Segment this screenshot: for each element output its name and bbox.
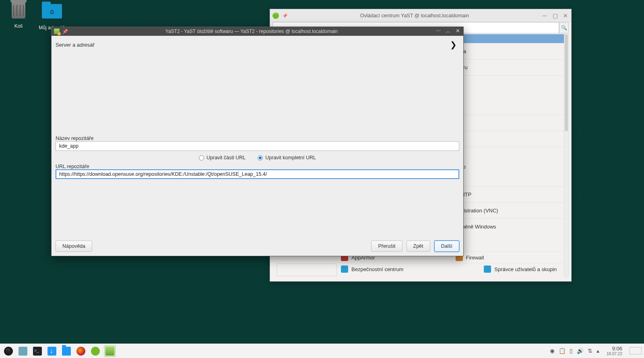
- users-icon: [484, 265, 491, 273]
- trash-icon: [9, 2, 28, 22]
- volume-icon[interactable]: 🔊: [577, 348, 584, 354]
- sidebar-placeholder: [277, 263, 337, 276]
- item-firewall[interactable]: Firewall: [466, 255, 484, 261]
- close-button[interactable]: ✕: [454, 28, 461, 35]
- maximize-button[interactable]: ︿: [445, 28, 451, 35]
- dialog-titlebar[interactable]: YaST2 - YaST úložiště softwaru — YaST2 -…: [52, 27, 463, 36]
- clock-time: 9:06: [607, 346, 622, 352]
- yast-icon: [91, 347, 100, 356]
- dialog-heading: Server a adresář: [56, 42, 95, 48]
- home-folder-icon: ⌂: [42, 4, 61, 23]
- radio-icon: [199, 155, 204, 160]
- software-icon: [105, 347, 114, 356]
- updates-icon[interactable]: ◉: [550, 348, 555, 354]
- task-terminal[interactable]: [31, 345, 43, 357]
- search-icon[interactable]: 🔍: [559, 22, 569, 33]
- yast-icon: [272, 12, 279, 19]
- yast-repositories-dialog: YaST2 - YaST úložiště softwaru — YaST2 -…: [51, 27, 464, 256]
- task-yast-sw[interactable]: [104, 345, 116, 357]
- help-button[interactable]: Nápověda: [56, 241, 92, 252]
- back-button[interactable]: Zpět: [407, 241, 430, 252]
- radio-label: Upravit části URL: [206, 155, 246, 160]
- maximize-button[interactable]: ▢: [552, 12, 558, 19]
- network-icon[interactable]: ⇅: [588, 348, 592, 354]
- battery-icon[interactable]: ▯: [570, 348, 573, 354]
- dialog-title: YaST2 - YaST úložiště softwaru — YaST2 -…: [68, 29, 435, 34]
- desktop-trash[interactable]: Koš: [4, 1, 33, 29]
- desktop-icon: [19, 347, 27, 356]
- firefox-icon: [76, 347, 85, 356]
- system-tray: ◉ 📋 ▯ 🔊 ⇅ ▴ 9:06 18.07.22: [550, 346, 642, 356]
- terminal-icon: [33, 347, 42, 356]
- radio-edit-url-parts[interactable]: Upravit části URL: [199, 155, 246, 160]
- app-launcher[interactable]: [2, 345, 14, 357]
- repo-name-label: Název repozitáře: [56, 136, 459, 141]
- radio-label: Upravit kompletní URL: [265, 155, 316, 160]
- show-desktop-button[interactable]: [630, 347, 642, 354]
- task-desktop[interactable]: [17, 345, 29, 357]
- repo-url-input[interactable]: [56, 169, 459, 179]
- radio-edit-full-url[interactable]: Upravit kompletní URL: [258, 155, 316, 160]
- yast-cc-title: Ovládací centrum YaST @ localhost.locald…: [288, 13, 541, 19]
- clipboard-icon[interactable]: 📋: [559, 348, 566, 354]
- taskbar: ◉ 📋 ▯ 🔊 ⇅ ▴ 9:06 18.07.22: [0, 344, 644, 358]
- files-icon: [62, 347, 71, 356]
- abort-button[interactable]: Přerušit: [371, 241, 402, 252]
- tray-expand-icon[interactable]: ▴: [597, 348, 599, 354]
- task-discover[interactable]: [46, 345, 58, 357]
- discover-icon: [47, 347, 56, 356]
- task-yast[interactable]: [89, 345, 101, 357]
- task-files[interactable]: [60, 345, 72, 357]
- desktop-trash-label: Koš: [4, 23, 33, 29]
- minimize-button[interactable]: ﹀: [435, 28, 442, 35]
- close-button[interactable]: ✕: [562, 12, 569, 19]
- item-users-groups[interactable]: Správce uživatelů a skupin: [494, 266, 557, 272]
- minimize-button[interactable]: ─: [541, 12, 548, 19]
- next-button[interactable]: Další: [434, 241, 459, 252]
- security-center-icon: [341, 265, 348, 273]
- opensuse-icon: [4, 347, 13, 356]
- clock[interactable]: 9:06 18.07.22: [607, 346, 622, 356]
- pin-icon[interactable]: [282, 13, 288, 19]
- scrollbar[interactable]: [564, 34, 569, 277]
- software-icon: [54, 29, 60, 34]
- radio-icon: [258, 155, 263, 160]
- repo-url-label: URL repozitáře: [56, 164, 459, 169]
- desktop-home-folder[interactable]: ⌂ Můj adresář: [37, 1, 66, 31]
- pin-icon[interactable]: [62, 29, 68, 34]
- clock-date: 18.07.22: [607, 352, 622, 356]
- item-security-center[interactable]: Bezpečnostní centrum: [351, 266, 403, 272]
- collapse-icon[interactable]: ❯: [450, 40, 459, 49]
- yast-cc-titlebar[interactable]: Ovládací centrum YaST @ localhost.locald…: [270, 9, 571, 22]
- task-firefox[interactable]: [75, 345, 87, 357]
- repo-name-input[interactable]: [56, 141, 459, 151]
